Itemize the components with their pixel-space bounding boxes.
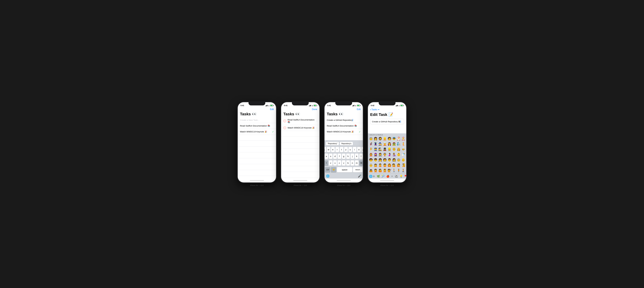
task-row-0[interactable]: −Read SwiftUI Documentation 📚› [281,117,320,125]
emoji-tab-food[interactable]: 🍎 [386,175,389,178]
edit-task-input[interactable]: Create a GitHub Repository 🏛 [370,119,404,124]
new-task-placeholder[interactable]: Create a New Task... [240,119,260,121]
emoji-cell[interactable]: 🧚 [369,147,373,152]
task-row-1[interactable]: Read SwiftUI Documentation 📚 [238,123,276,129]
emoji-cell[interactable]: 👩 [392,157,396,162]
emoji-tab-activity[interactable]: ⚽ [395,175,398,178]
emoji-cell[interactable]: 👲 [369,152,373,157]
emoji-cell[interactable]: 🧞 [396,142,401,146]
emoji-cell[interactable]: 👮 [374,147,378,152]
task-row-1[interactable]: Read SwiftUI Documentation 📚 [324,123,363,129]
emoji-cell[interactable]: 🧕 [374,152,378,157]
emoji-cell[interactable]: 🤶 [401,136,406,141]
nav-right-button[interactable]: Done [312,108,317,111]
key-y[interactable]: y [344,147,348,152]
emoji-cell[interactable]: 🍼 [401,152,406,157]
emoji-cell[interactable]: 👱 [382,136,387,141]
emoji-cell[interactable]: 🧑 [382,157,387,162]
emoji-tab-symbols[interactable]: 💡 [400,175,403,178]
emoji-tab-travel[interactable]: ✈ [391,175,393,178]
emoji-cell[interactable]: 🙇 [369,168,373,173]
emoji-cell[interactable]: 🧝 [382,142,387,146]
emoji-cell[interactable]: 💇 [387,168,392,173]
key-p[interactable]: p [362,147,363,152]
emoji-cell[interactable]: 🙎 [378,163,382,168]
nav-right-button[interactable]: Edit [357,108,361,111]
emoji-cell[interactable]: 🤦 [374,168,378,173]
emoji-cell[interactable]: 💆 [382,168,387,173]
key-v[interactable]: v [342,160,346,166]
key-r[interactable]: r [336,147,339,152]
emoji-cell[interactable]: 👩 [374,136,378,141]
key-d[interactable]: d [333,154,337,159]
emoji-cell[interactable]: 👷 [387,147,392,152]
emoji-cell[interactable]: 🧔 [378,136,382,141]
emoji-cell[interactable]: 🧏 [401,163,406,168]
key-k[interactable]: k [355,154,358,159]
delete-button[interactable]: − [283,126,286,129]
task-row-2[interactable]: Watch WWDC19 Keynote 🎉✓ [324,129,363,135]
emoji-cell[interactable]: 🤱 [392,152,396,157]
emoji-cell[interactable]: 👸 [396,147,401,152]
key-⌫[interactable]: ⌫ [359,160,363,166]
emoji-cell[interactable]: 👶 [396,152,401,157]
key-123[interactable]: 123 [325,167,330,172]
emoji-cell[interactable]: 👴 [401,157,406,162]
emoji-tab-flags[interactable]: 🚩 [404,175,406,178]
globe-icon[interactable]: 🌐 [326,174,330,178]
key-😊[interactable]: 😊 [331,167,336,172]
emoji-cell[interactable]: 🧒 [369,157,373,162]
emoji-cell[interactable]: 👰 [382,152,387,157]
key-a[interactable]: a [324,154,328,159]
key-l[interactable]: l [359,154,363,159]
emoji-cell[interactable]: 🧙 [378,142,382,146]
emoji-cell[interactable]: 🧓 [396,157,401,162]
keyboard[interactable]: "Repository"Repository'sqwertyuiopasdfgh… [324,140,363,178]
emoji-cell[interactable]: 🧜 [401,142,406,146]
emoji-cell[interactable]: 🦸 [369,142,373,146]
key-u[interactable]: u [348,147,352,152]
emoji-cell[interactable]: 👨 [387,157,392,162]
key-e[interactable]: e [331,147,335,152]
key-j[interactable]: j [350,154,354,159]
emoji-cell[interactable]: 🧛 [387,142,392,146]
emoji-cell[interactable]: 🎅 [396,136,401,141]
emoji-cell[interactable]: 👳 [401,147,406,152]
key-space[interactable]: space [337,167,352,172]
emoji-cell[interactable]: 👦 [374,157,378,162]
task-row-2[interactable]: Watch WWDC19 Keynote 🎉✓ [238,129,276,135]
emoji-cell[interactable]: 🧎 [401,168,406,173]
key-c[interactable]: c [338,160,341,166]
emoji-cell[interactable]: 🧟 [392,142,396,146]
new-task-text[interactable]: Create a GitHub Repository [327,119,353,121]
key-g[interactable]: g [342,154,346,159]
emoji-keyboard[interactable]: SMILEYS & PEOPLE🧓👩🧔👱🧑👼🎅🤶🦸🦹🧙🧝🧛🧟🧞🧜🧚👮🕵💂👷🤴👸👳… [368,133,406,178]
emoji-cell[interactable]: 💁 [392,163,396,168]
key-return[interactable]: return [353,167,362,172]
emoji-cell[interactable]: 🙋 [396,163,401,168]
emoji-cell[interactable]: 🚶 [392,168,396,173]
emoji-cell[interactable]: 💂 [382,147,387,152]
emoji-cell[interactable]: 🤴 [392,147,396,152]
task-row-1[interactable]: −Watch WWDC19 Keynote 🎉› [281,125,320,131]
emoji-cell[interactable]: 🤰 [387,152,392,157]
key-⇧[interactable]: ⇧ [324,160,328,166]
task-row-0[interactable]: Create a GitHub Repository [324,117,363,123]
emoji-cell[interactable]: 🧓 [369,136,373,141]
key-z[interactable]: z [329,160,332,166]
emoji-tab-objects[interactable]: 🎾 [382,175,384,178]
key-f[interactable]: f [338,154,341,159]
emoji-tab-smileys[interactable]: ☺ [372,175,375,178]
mic-icon[interactable]: 🎤 [358,174,361,178]
emoji-cell[interactable]: 👵 [369,163,373,168]
key-x[interactable]: x [333,160,337,166]
emoji-cell[interactable]: 🦹 [374,142,378,146]
emoji-cell[interactable]: 👼 [392,136,396,141]
key-t[interactable]: t [340,147,344,152]
emoji-cell[interactable]: 🧍 [396,168,401,173]
key-o[interactable]: o [357,147,361,152]
key-b[interactable]: b [346,160,350,166]
emoji-cell[interactable]: 🕵 [378,147,382,152]
emoji-cell[interactable]: 🧑 [387,136,392,141]
emoji-cell[interactable]: 👧 [378,157,382,162]
